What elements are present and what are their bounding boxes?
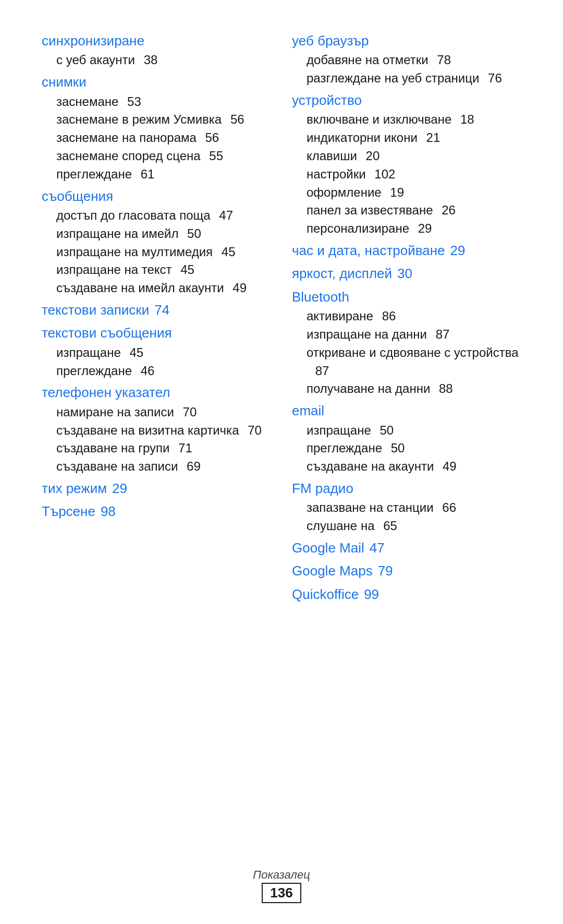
sub-item-page: 49 (439, 458, 456, 476)
section-header: телефонен указател (42, 383, 271, 402)
index-section: emailизпращане 50преглеждане 50създаване… (292, 401, 521, 476)
sub-item-text: включване и изключване (307, 111, 451, 129)
sub-item-text: изпращане (307, 422, 371, 440)
index-section: съобщениядостъп до гласовата поща 47изпр… (42, 187, 271, 297)
sub-item-text: изпращане на данни (307, 326, 427, 344)
section-header-page: 47 (370, 538, 385, 557)
sub-item: създаване на записи 69 (42, 458, 271, 476)
sub-item-page: 50 (183, 225, 201, 243)
index-section: текстови съобщенияизпращане 45преглеждан… (42, 323, 271, 380)
sub-item: създаване на имейл акаунти 49 (42, 279, 271, 297)
sub-item-page: 70 (244, 422, 262, 440)
section-header-text: тих режим (42, 479, 107, 498)
sub-item: запазване на станции 66 (292, 499, 521, 517)
section-header: Google Maps79 (292, 561, 521, 580)
sub-item: клавиши 20 (292, 147, 521, 165)
index-section: телефонен указателнамиране на записи 70с… (42, 383, 271, 476)
index-section: час и дата, настройване29 (292, 241, 521, 261)
sub-item-text: откриване и сдвояване с устройства (307, 344, 518, 362)
index-section: уеб браузърдобавяне на отметки 78разглеж… (292, 31, 521, 88)
sub-item: с уеб акаунти 38 (42, 51, 271, 69)
sub-item-text: индикаторни икони (307, 129, 418, 147)
section-header-text: час и дата, настройване (292, 241, 445, 260)
sub-item-text: заснемане според сцена (56, 147, 201, 165)
page-footer: Показалец 136 (0, 868, 563, 903)
sub-item-page: 56 (202, 129, 219, 147)
sub-item-page: 88 (435, 380, 452, 398)
footer-page: 136 (262, 883, 301, 903)
section-header: синхронизиране (42, 31, 271, 50)
sub-item-text: разглеждане на уеб страници (307, 69, 479, 88)
sub-item-page: 50 (376, 422, 394, 440)
sub-item: изпращане на мултимедия 45 (42, 243, 271, 261)
sub-item-page: 47 (216, 207, 233, 225)
sub-item-page: 76 (484, 69, 501, 88)
sub-item-text: изпращане на имейл (56, 225, 178, 243)
sub-item-page: 66 (439, 499, 456, 517)
sub-item: изпращане на данни 87 (292, 326, 521, 344)
sub-item-text: изпращане на мултимедия (56, 243, 213, 261)
sub-item: активиране 86 (292, 307, 521, 326)
sub-item-page: 86 (378, 307, 396, 326)
right-column: уеб браузърдобавяне на отметки 78разглеж… (292, 31, 521, 608)
sub-item: получаване на данни 88 (292, 380, 521, 398)
section-header-page: 30 (397, 264, 412, 283)
sub-item-page: 21 (423, 129, 440, 147)
sub-item-page: 29 (414, 220, 432, 238)
sub-item-page: 50 (387, 439, 405, 458)
sub-item-text: персонализиране (307, 220, 409, 238)
sub-item-page: 56 (227, 111, 244, 129)
sub-item: изпращане на текст 45 (42, 261, 271, 279)
sub-item: персонализиране 29 (292, 220, 521, 238)
sub-item-page: 45 (218, 243, 235, 261)
section-header-page: 98 (101, 502, 116, 521)
index-section: снимкизаснемане 53заснемане в режим Усми… (42, 73, 271, 183)
index-section: Търсене98 (42, 502, 271, 522)
sub-item: добавяне на отметки 78 (292, 51, 521, 69)
sub-item-text: създаване на визитна картичка (56, 422, 239, 440)
section-header: тих режим29 (42, 479, 271, 498)
sub-item-text: заснемане в режим Усмивка (56, 111, 222, 129)
sub-item-text: достъп до гласовата поща (56, 207, 211, 225)
sub-item: заснемане според сцена 55 (42, 147, 271, 165)
sub-item-text: създаване на групи (56, 439, 169, 458)
section-header: уеб браузър (292, 31, 521, 50)
section-header-text: Google Mail (292, 538, 364, 557)
sub-item-text: заснемане на панорама (56, 129, 197, 147)
sub-item: създаване на групи 71 (42, 439, 271, 458)
section-header: съобщения (42, 187, 271, 206)
sub-item: изпращане 45 (42, 344, 271, 362)
sub-item-page: 55 (206, 147, 223, 165)
section-header-page: 29 (112, 479, 127, 498)
sub-item-text: добавяне на отметки (307, 51, 429, 69)
section-header: Търсене98 (42, 502, 271, 521)
sub-item-text: преглеждане (56, 165, 132, 184)
index-section: тих режим29 (42, 479, 271, 499)
sub-item-text: създаване на записи (56, 458, 178, 476)
sub-item-text: активиране (307, 307, 373, 326)
sub-item-text: създаване на акаунти (307, 458, 434, 476)
footer-label: Показалец (0, 868, 563, 882)
sub-item-text: намиране на записи (56, 403, 174, 422)
section-header: текстови записки74 (42, 301, 271, 319)
section-header-text: Google Maps (292, 561, 373, 580)
section-header: FM радио (292, 479, 521, 498)
sub-item-page: 87 (312, 362, 329, 380)
sub-item-page: 78 (434, 51, 451, 69)
section-header: яркост, дисплей30 (292, 264, 521, 283)
sub-item-text: изпращане (56, 344, 121, 362)
sub-item-page: 61 (137, 165, 154, 184)
sub-item-page: 69 (183, 458, 200, 476)
sub-item-page: 49 (229, 279, 247, 297)
index-section: текстови записки74 (42, 301, 271, 320)
left-column: синхронизиранес уеб акаунти 38снимкизасн… (42, 31, 271, 608)
sub-item-text: изпращане на текст (56, 261, 172, 279)
section-header: устройство (292, 91, 521, 110)
section-header: час и дата, настройване29 (292, 241, 521, 260)
sub-item: създаване на акаунти 49 (292, 458, 521, 476)
index-section: Google Maps79 (292, 561, 521, 581)
section-header: Quickoffice99 (292, 585, 521, 604)
sub-item-page: 87 (432, 326, 449, 344)
section-header: Bluetooth (292, 287, 521, 306)
sub-item: заснемане на панорама 56 (42, 129, 271, 147)
